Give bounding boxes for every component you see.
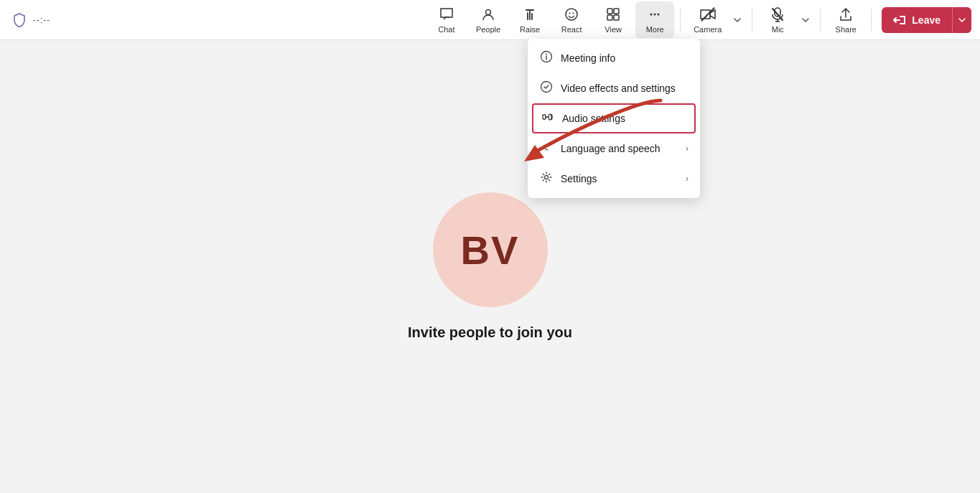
more-dropdown-menu: Meeting info Video effects and settings … [528, 39, 700, 198]
chat-button[interactable]: Chat [427, 1, 466, 38]
camera-group: Camera [686, 1, 746, 38]
raise-icon [522, 6, 538, 23]
view-label: View [605, 25, 622, 34]
leave-label: Leave [912, 14, 941, 26]
menu-item-audio-settings[interactable]: Audio settings [532, 103, 696, 133]
invite-text: Invite people to join you [408, 324, 572, 341]
svg-point-11 [658, 14, 660, 16]
svg-text:+: + [546, 146, 549, 153]
svg-point-24 [545, 176, 549, 179]
topbar: --:-- Chat People Raise [0, 0, 980, 40]
settings-chevron: › [686, 174, 689, 184]
svg-point-9 [650, 14, 653, 16]
main-content: BV Invite people to join you [0, 40, 980, 493]
menu-item-meeting-info[interactable]: Meeting info [528, 43, 700, 73]
camera-icon [699, 6, 717, 23]
share-icon [838, 6, 854, 23]
svg-point-2 [566, 9, 577, 20]
people-label: People [476, 25, 500, 34]
svg-point-19 [541, 82, 552, 93]
view-icon [605, 6, 621, 23]
raise-label: Raise [520, 25, 540, 34]
menu-item-settings[interactable]: Settings › [528, 164, 700, 194]
mic-button[interactable]: Mic [758, 1, 797, 38]
react-icon [564, 6, 579, 23]
video-effects-icon [539, 80, 554, 96]
share-label: Share [836, 25, 857, 34]
view-button[interactable]: View [594, 1, 633, 38]
svg-rect-7 [607, 15, 612, 20]
divider-3 [820, 9, 821, 32]
language-speech-icon: A+ [539, 141, 554, 156]
audio-settings-icon [541, 111, 555, 126]
people-button[interactable]: People [469, 1, 508, 38]
svg-rect-8 [614, 15, 619, 20]
svg-point-0 [486, 10, 491, 15]
topbar-controls: Chat People Raise React [427, 1, 980, 38]
svg-point-18 [546, 54, 547, 55]
chat-icon [439, 6, 454, 23]
audio-settings-label: Audio settings [562, 113, 625, 124]
menu-item-language-speech[interactable]: A+ Language and speech › [528, 133, 700, 164]
more-button[interactable]: More [635, 1, 674, 38]
react-button[interactable]: React [552, 1, 591, 38]
settings-label: Settings [561, 173, 597, 184]
react-label: React [561, 25, 582, 34]
svg-point-3 [569, 13, 571, 14]
camera-button[interactable]: Camera [686, 1, 729, 38]
divider-4 [871, 9, 872, 32]
svg-point-10 [654, 14, 656, 16]
shield-icon [11, 12, 27, 28]
avatar: BV [433, 192, 548, 307]
svg-rect-1 [526, 9, 534, 11]
svg-rect-5 [607, 9, 612, 14]
divider-2 [752, 9, 752, 32]
chat-label: Chat [438, 25, 454, 34]
menu-item-video-effects[interactable]: Video effects and settings [528, 73, 700, 103]
video-effects-label: Video effects and settings [561, 83, 676, 94]
svg-point-4 [573, 13, 574, 14]
meeting-info-icon [539, 50, 554, 66]
settings-icon [539, 171, 554, 187]
mic-label: Mic [772, 25, 784, 34]
language-speech-label: Language and speech [561, 143, 661, 154]
people-icon [480, 6, 496, 23]
more-icon [647, 6, 663, 23]
divider-1 [680, 9, 681, 32]
leave-button[interactable]: Leave [882, 7, 952, 33]
svg-point-21 [549, 114, 551, 120]
leave-dropdown-button[interactable] [952, 7, 971, 33]
share-button[interactable]: Share [826, 1, 865, 38]
more-label: More [646, 25, 664, 34]
topbar-left: --:-- [0, 12, 62, 28]
avatar-initials: BV [461, 227, 520, 273]
mic-icon [770, 6, 785, 23]
svg-rect-6 [614, 9, 619, 14]
timer-display: --:-- [33, 15, 50, 25]
mic-dropdown-button[interactable] [797, 4, 814, 36]
language-speech-chevron: › [686, 144, 689, 154]
camera-label: Camera [694, 25, 722, 34]
mic-group: Mic [758, 1, 814, 38]
meeting-info-label: Meeting info [561, 52, 615, 64]
raise-button[interactable]: Raise [510, 1, 549, 38]
camera-dropdown-button[interactable] [729, 4, 746, 36]
